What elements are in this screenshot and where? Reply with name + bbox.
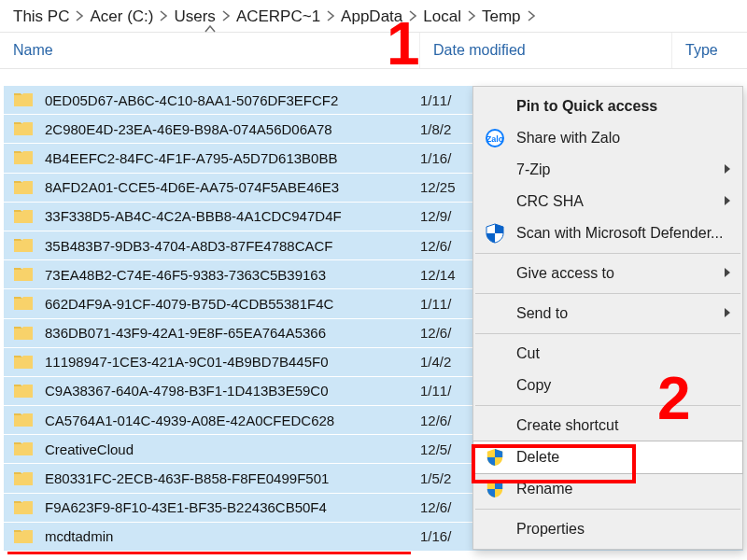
- file-name: 662D4F9A-91CF-4079-B75D-4CDB55381F4C: [45, 296, 415, 312]
- chevron-right-icon: [527, 7, 536, 26]
- menu-icon-placeholder: [483, 160, 507, 180]
- column-header-name[interactable]: Name: [0, 33, 420, 68]
- menu-item-label: Copy: [516, 377, 551, 394]
- menu-icon-placeholder: [483, 375, 507, 396]
- menu-item-rename[interactable]: Rename: [473, 473, 742, 505]
- context-menu[interactable]: Pin to Quick accessZaloShare with Zalo7-…: [472, 86, 743, 550]
- folder-icon: [13, 353, 34, 371]
- menu-icon-placeholder: [483, 96, 507, 117]
- menu-item-label: CRC SHA: [516, 193, 584, 210]
- menu-item-label: Scan with Microsoft Defender...: [516, 225, 723, 242]
- file-name: 11198947-1CE3-421A-9C01-4B9BD7B445F0: [45, 354, 415, 370]
- chevron-right-icon: [159, 7, 168, 26]
- folder-icon: [13, 207, 34, 226]
- zalo-icon: Zalo: [483, 128, 507, 148]
- menu-separator: [475, 333, 740, 334]
- column-header-date[interactable]: Date modified: [420, 33, 672, 68]
- menu-item-delete[interactable]: Delete: [473, 441, 742, 473]
- menu-item-label: Create shortcut: [516, 417, 618, 434]
- chevron-right-icon: [724, 193, 731, 210]
- breadcrumb-segment[interactable]: ACERPC~1: [233, 6, 324, 28]
- menu-icon-placeholder: [483, 343, 507, 364]
- file-name: F9A623F9-8F10-43E1-BF35-B22436CB50F4: [45, 499, 415, 515]
- chevron-right-icon: [75, 7, 84, 26]
- folder-icon: [13, 440, 34, 458]
- folder-icon: [13, 469, 34, 488]
- menu-icon-placeholder: [483, 415, 507, 436]
- menu-item-send-to[interactable]: Send to: [473, 298, 742, 329]
- breadcrumb[interactable]: This PCAcer (C:)UsersACERPC~1AppDataLoca…: [0, 0, 747, 32]
- file-name: 836DB071-43F9-42A1-9E8F-65EA764A5366: [45, 325, 415, 341]
- defender-icon: [483, 223, 507, 244]
- folder-icon: [13, 91, 34, 109]
- file-name: 0ED05D67-AB6C-4C10-8AA1-5076DF3EFCF2: [45, 92, 415, 108]
- column-header-name-label: Name: [13, 42, 53, 58]
- menu-icon-placeholder: [483, 191, 507, 212]
- file-name: 2C980E4D-23EA-46E9-B98A-074A56D06A78: [45, 121, 415, 137]
- file-name: CreativeCloud: [45, 441, 415, 457]
- menu-item-give-access[interactable]: Give access to: [473, 258, 742, 289]
- menu-item-label: Properties: [516, 521, 585, 538]
- menu-item-label: Pin to Quick access: [516, 98, 657, 115]
- column-header-type-label: Type: [685, 42, 718, 58]
- menu-item-label: Cut: [516, 345, 540, 362]
- file-name: 8AFD2A01-CCE5-4D6E-AA75-074F5ABE46E3: [45, 179, 415, 195]
- menu-separator: [475, 509, 740, 510]
- chevron-right-icon: [221, 7, 231, 26]
- column-header-date-label: Date modified: [433, 42, 526, 58]
- menu-item-label: Send to: [516, 305, 568, 322]
- chevron-right-icon: [724, 305, 731, 322]
- shield-icon: [483, 479, 507, 499]
- file-name: 73EA48B2-C74E-46F5-9383-7363C5B39163: [45, 267, 415, 283]
- menu-icon-placeholder: [483, 303, 507, 324]
- folder-icon: [13, 527, 34, 546]
- menu-item-7zip[interactable]: 7-Zip: [473, 154, 742, 186]
- chevron-right-icon: [326, 7, 335, 26]
- file-name: CA5764A1-014C-4939-A08E-42A0CFEDC628: [45, 413, 415, 428]
- chevron-right-icon: [467, 7, 476, 26]
- file-name: 4B4EEFC2-84FC-4F1F-A795-A5D7D613B0BB: [45, 150, 415, 166]
- breadcrumb-segment[interactable]: AppData: [337, 6, 406, 28]
- file-name: mcdtadmin: [45, 528, 415, 544]
- folder-icon: [13, 324, 34, 343]
- folder-icon: [13, 411, 34, 429]
- file-name: C9A38367-640A-4798-B3F1-1D413B3E59C0: [45, 383, 415, 399]
- menu-item-label: Share with Zalo: [516, 130, 620, 147]
- menu-item-defender-scan[interactable]: Scan with Microsoft Defender...: [473, 217, 742, 249]
- shield-icon: [483, 447, 507, 468]
- menu-item-copy[interactable]: Copy: [473, 370, 742, 401]
- chevron-right-icon: [408, 7, 417, 26]
- file-name: 33F338D5-AB4C-4C2A-BBB8-4A1CDC947D4F: [45, 208, 415, 224]
- menu-item-cut[interactable]: Cut: [473, 338, 742, 370]
- menu-item-label: 7-Zip: [516, 161, 550, 178]
- menu-item-pin-quick-access[interactable]: Pin to Quick access: [473, 91, 742, 122]
- column-header-type[interactable]: Type: [672, 33, 747, 68]
- menu-separator: [475, 253, 740, 254]
- folder-icon: [13, 294, 34, 313]
- file-name: E80331FC-2ECB-463F-B858-F8FE0499F501: [45, 470, 415, 486]
- folder-icon: [13, 148, 34, 167]
- svg-text:Zalo: Zalo: [486, 134, 504, 144]
- chevron-right-icon: [724, 161, 731, 178]
- folder-icon: [13, 119, 34, 138]
- folder-icon: [13, 382, 34, 400]
- menu-item-label: Delete: [516, 449, 559, 466]
- chevron-right-icon: [724, 265, 731, 282]
- column-headers: Name Date modified Type: [0, 32, 747, 69]
- menu-separator: [475, 405, 740, 406]
- breadcrumb-segment[interactable]: This PC: [9, 6, 73, 28]
- menu-item-label: Rename: [516, 481, 572, 497]
- menu-item-create-shortcut[interactable]: Create shortcut: [473, 410, 742, 441]
- breadcrumb-segment[interactable]: Local: [419, 6, 465, 28]
- menu-item-crc-sha[interactable]: CRC SHA: [473, 186, 742, 217]
- menu-icon-placeholder: [483, 519, 507, 539]
- menu-icon-placeholder: [483, 263, 507, 284]
- menu-item-properties[interactable]: Properties: [473, 513, 742, 545]
- folder-icon: [13, 265, 34, 284]
- folder-icon: [13, 236, 34, 255]
- sort-ascending-icon: [204, 20, 216, 36]
- breadcrumb-segment[interactable]: Acer (C:): [86, 6, 157, 28]
- menu-item-label: Give access to: [516, 265, 614, 282]
- breadcrumb-segment[interactable]: Temp: [478, 6, 525, 28]
- menu-item-share-zalo[interactable]: ZaloShare with Zalo: [473, 122, 742, 154]
